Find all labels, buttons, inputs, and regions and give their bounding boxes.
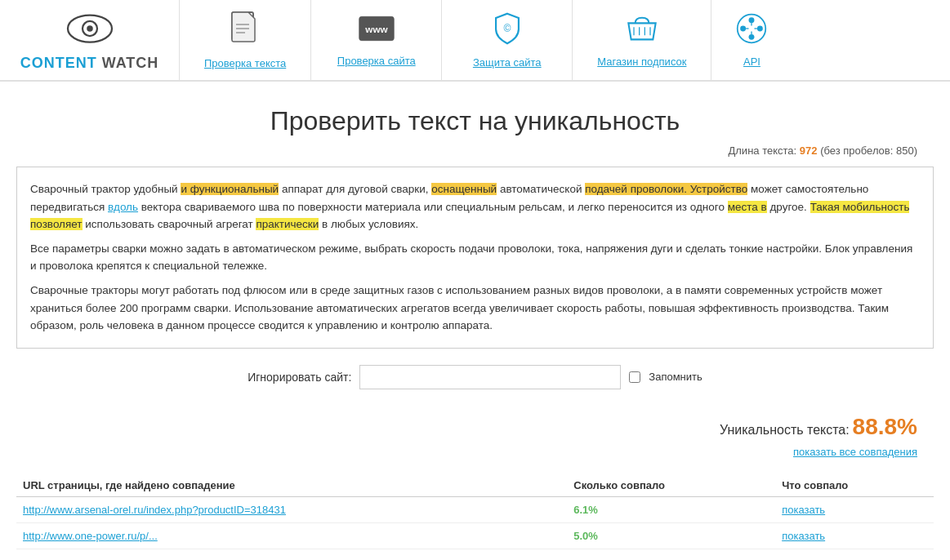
text-paragraph-2: Все параметры сварки можно задать в авто… <box>30 240 920 275</box>
nav-check-text[interactable]: Проверка текста <box>180 0 311 80</box>
nav-protect-site-label: Защита сайта <box>473 56 542 69</box>
svg-point-18 <box>749 33 755 39</box>
svg-text:©: © <box>503 23 511 34</box>
table-row: http://www.arsenal-orel.ru/index.php?pro… <box>16 496 934 522</box>
table-cell-show[interactable]: показать <box>775 522 934 549</box>
ignore-site-row: Игнорировать сайт: Запомнить <box>16 365 934 389</box>
nav-subscription-label: Магазин подписок <box>597 56 686 68</box>
uniqueness-label: Уникальность текста: <box>720 423 850 437</box>
table-cell-pct: 5.0% <box>567 522 775 549</box>
highlight-7: практически <box>256 218 319 230</box>
logo-eye-icon <box>65 8 114 51</box>
col-url: URL страницы, где найдено совпадение <box>16 474 567 497</box>
highlight-3: подачей проволоки. Устройство <box>585 183 747 195</box>
table-cell-pct: 6.1% <box>567 496 775 522</box>
logo-text: CONTENT WATCH <box>20 55 159 72</box>
uniqueness-value: 88.8% <box>853 414 917 439</box>
nav-check-site-label: Проверка сайта <box>337 55 416 67</box>
results-table: URL страницы, где найдено совпадение Ско… <box>16 474 934 549</box>
text-length-no-spaces: (без пробелов: 850) <box>820 144 917 157</box>
table-cell-url[interactable]: http://www.arsenal-orel.ru/index.php?pro… <box>16 496 567 522</box>
nav-subscription[interactable]: Магазин подписок <box>573 0 711 80</box>
text-paragraph-1: Сварочный трактор удобный и функциональн… <box>30 180 920 233</box>
ignore-label: Игнорировать сайт: <box>248 371 351 384</box>
results-table-head: URL страницы, где найдено совпадение Ско… <box>16 474 934 497</box>
nav-protect-site[interactable]: © Защита сайта <box>442 0 573 80</box>
highlight-4: вдоль <box>108 201 138 213</box>
text-length-label: Длина текста: <box>728 144 796 157</box>
remember-label: Запомнить <box>649 371 702 383</box>
main-content: Проверить текст на уникальность Длина те… <box>0 82 950 560</box>
text-paragraph-3: Сварочные тракторы могут работать под фл… <box>30 282 920 335</box>
text-length-info: Длина текста: 972 (без пробелов: 850) <box>16 144 934 157</box>
highlight-5: места в <box>728 201 767 213</box>
table-cell-url[interactable]: http://www.one-power.ru/p/... <box>16 522 567 549</box>
table-cell-show[interactable]: показать <box>775 496 934 522</box>
ignore-site-input[interactable] <box>359 365 621 389</box>
highlight-6: Такая мобильность позволяет <box>30 201 909 231</box>
text-content-box: Сварочный трактор удобный и функциональн… <box>16 167 934 349</box>
svg-point-15 <box>741 25 747 31</box>
logo-area: CONTENT WATCH <box>0 0 180 80</box>
show-all-area: показать все совпадения <box>16 445 934 458</box>
nav-api[interactable]: API <box>711 0 792 80</box>
basket-icon <box>626 13 658 51</box>
show-all-matches-link[interactable]: показать все совпадения <box>793 446 917 458</box>
header: CONTENT WATCH Проверка текста www Провер… <box>0 0 950 82</box>
col-pct: Сколько совпало <box>567 474 775 497</box>
shield-icon: © <box>493 12 522 51</box>
svg-text:www: www <box>364 24 388 34</box>
www-icon: www <box>359 14 395 50</box>
nav-check-text-label: Проверка текста <box>204 57 286 69</box>
nav-check-site[interactable]: www Проверка сайта <box>311 0 442 80</box>
page-title: Проверить текст на уникальность <box>16 106 934 136</box>
col-action: Что совпало <box>775 474 934 497</box>
table-row: http://www.one-power.ru/p/... 5.0% показ… <box>16 522 934 549</box>
api-icon <box>736 13 767 51</box>
table-header-row: URL страницы, где найдено совпадение Ско… <box>16 474 934 497</box>
svg-point-17 <box>757 25 763 31</box>
document-icon <box>230 11 260 52</box>
highlight-2: оснащенный <box>431 183 497 195</box>
svg-point-16 <box>749 17 755 23</box>
svg-point-2 <box>87 25 93 32</box>
uniqueness-area: Уникальность текста: 88.8% <box>16 414 934 440</box>
api-label: API <box>743 56 760 68</box>
highlight-1: и функциональный <box>181 183 279 195</box>
text-length-value: 972 <box>800 144 818 157</box>
results-table-body: http://www.arsenal-orel.ru/index.php?pro… <box>16 496 934 549</box>
remember-checkbox[interactable] <box>629 371 640 383</box>
